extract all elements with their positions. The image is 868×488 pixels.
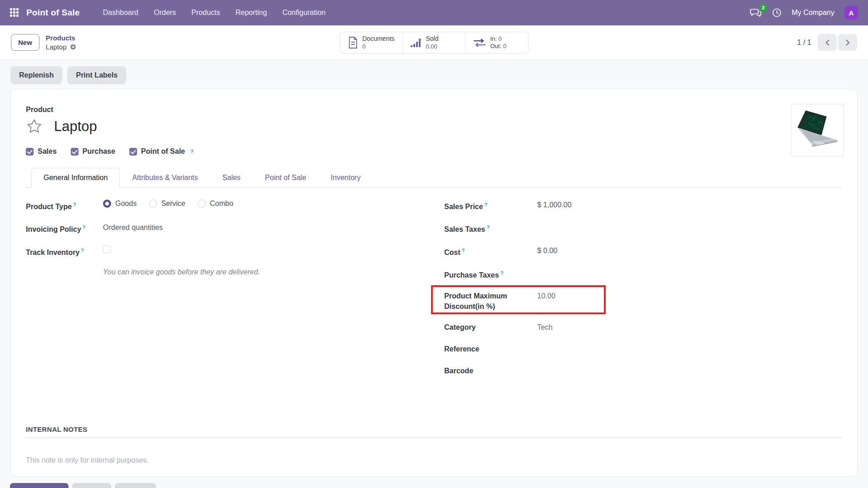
stat-sold-button[interactable]: Sold 0.00 [403, 32, 466, 53]
invoicing-note: You can invoice goods before they are de… [103, 268, 444, 276]
menu-dashboard[interactable]: Dashboard [97, 5, 144, 20]
radio-service[interactable]: Service [149, 200, 185, 208]
pager-count: 1 / 1 [797, 39, 811, 47]
menu-configuration[interactable]: Configuration [276, 5, 331, 20]
radio-goods[interactable]: Goods [103, 200, 137, 208]
activities-button[interactable] [772, 8, 782, 18]
invoicing-policy-value[interactable]: Ordered quantities [103, 222, 163, 233]
service-radio-icon[interactable] [149, 200, 157, 208]
document-icon [348, 36, 358, 49]
cost-value[interactable]: $ 0.00 [537, 245, 557, 256]
company-switcher[interactable]: My Company [792, 9, 834, 17]
company-name: My Company [792, 9, 834, 17]
bar-chart-icon [410, 37, 422, 49]
sales-taxes-label: Sales Taxes? [444, 222, 537, 234]
breadcrumb-parent[interactable]: Products [46, 34, 76, 43]
track-inventory-label: Track Inventory? [26, 245, 103, 258]
cutoff-primary-button[interactable] [10, 483, 69, 488]
internal-notes-input[interactable]: This note is only for internal purposes. [26, 456, 842, 464]
cost-label: Cost? [444, 245, 537, 258]
app-brand[interactable]: Point of Sale [26, 8, 80, 18]
track-inventory-checkbox[interactable] [103, 245, 111, 253]
goods-radio-icon[interactable] [103, 200, 111, 208]
menu-orders[interactable]: Orders [148, 5, 182, 20]
sheet-section-label: Product [26, 106, 842, 114]
product-type-help-icon: ? [73, 202, 76, 207]
category-value[interactable]: Tech [537, 322, 553, 333]
stat-documents-value: 0 [363, 43, 395, 50]
sales-price-help-icon: ? [484, 202, 487, 207]
stat-documents-label: Documents [363, 35, 395, 43]
clock-icon [772, 8, 782, 18]
field-max-discount: Product Maximum Discount(in %) 10.00 [444, 291, 842, 312]
cutoff-secondary-button-2[interactable] [115, 483, 156, 488]
print-labels-button[interactable]: Print Labels [67, 66, 126, 84]
product-type-label: Product Type? [26, 200, 103, 212]
product-name-input[interactable]: Laptop [54, 118, 97, 135]
radio-combo[interactable]: Combo [198, 200, 234, 208]
favorite-star-icon[interactable] [26, 118, 43, 135]
main-menu: Dashboard Orders Products Reporting Conf… [97, 5, 332, 20]
max-discount-label: Product Maximum Discount(in %) [444, 291, 537, 312]
sales-checkbox[interactable] [26, 148, 34, 156]
max-discount-value[interactable]: 10.00 [537, 291, 555, 302]
stat-documents-button[interactable]: Documents 0 [340, 32, 403, 53]
transfer-arrows-icon [473, 37, 486, 48]
field-track-inventory: Track Inventory? [26, 245, 444, 258]
category-label: Category [444, 322, 537, 332]
stat-in-label: In: [490, 35, 497, 42]
bottom-button-row [10, 483, 156, 488]
top-navbar: Point of Sale Dashboard Orders Products … [0, 0, 868, 25]
stat-buttons: Documents 0 Sold 0.00 [340, 32, 529, 54]
pos-checkbox[interactable] [129, 148, 137, 156]
laptop-photo [794, 107, 841, 153]
tab-attributes-variants[interactable]: Attributes & Variants [120, 168, 210, 188]
tab-sales[interactable]: Sales [210, 168, 253, 188]
messages-button[interactable]: 3 [750, 8, 762, 18]
control-panel: New Products Laptop ⚙ Documents 0 [0, 25, 868, 60]
stat-inout-button[interactable]: In: 0 Out: 0 [466, 32, 528, 53]
actions-gear-icon[interactable]: ⚙ [70, 44, 76, 51]
combo-radio-icon[interactable] [198, 200, 206, 208]
notebook-tabs: General Information Attributes & Variant… [26, 168, 842, 188]
invoicing-policy-label: Invoicing Policy? [26, 222, 103, 234]
field-barcode: Barcode [444, 366, 842, 377]
tab-point-of-sale[interactable]: Point of Sale [253, 168, 319, 188]
sales-price-label: Sales Price? [444, 200, 537, 212]
toggle-sales[interactable]: Sales [26, 147, 57, 156]
pager-next-button[interactable] [838, 34, 857, 51]
tab-general-information[interactable]: General Information [31, 168, 120, 188]
sales-price-value[interactable]: $ 1,000.00 [537, 200, 572, 210]
cutoff-secondary-button-1[interactable] [72, 483, 111, 488]
menu-reporting[interactable]: Reporting [230, 5, 273, 20]
stat-sold-value: 0.00 [426, 43, 439, 50]
toggle-purchase[interactable]: Purchase [71, 147, 115, 156]
toggle-point-of-sale[interactable]: Point of Sale ? [129, 147, 194, 156]
replenish-button[interactable]: Replenish [10, 66, 62, 84]
field-invoicing-policy: Invoicing Policy? Ordered quantities [26, 222, 444, 234]
product-form-sheet: Product Laptop Sales Purchase Point of S… [10, 89, 858, 477]
field-cost: Cost? $ 0.00 [444, 245, 842, 258]
tab-inventory[interactable]: Inventory [319, 168, 373, 188]
field-reference: Reference [444, 344, 842, 355]
breadcrumb: Products Laptop ⚙ [46, 34, 76, 52]
messages-count-badge: 3 [759, 4, 767, 12]
availability-toggles: Sales Purchase Point of Sale ? [26, 147, 842, 156]
new-button[interactable]: New [11, 34, 39, 51]
barcode-label: Barcode [444, 366, 537, 376]
reference-label: Reference [444, 344, 537, 354]
user-avatar[interactable]: A [844, 6, 858, 20]
pager: 1 / 1 [797, 34, 857, 51]
purchase-checkbox[interactable] [71, 148, 78, 156]
product-image[interactable] [791, 104, 844, 156]
purchase-taxes-help-icon: ? [500, 270, 504, 276]
field-category: Category Tech [444, 322, 842, 333]
stat-out-label: Out: [490, 43, 502, 49]
menu-products[interactable]: Products [186, 5, 226, 20]
pager-previous-button[interactable] [818, 34, 837, 51]
cost-help-icon: ? [462, 248, 465, 253]
field-sales-taxes: Sales Taxes? [444, 222, 842, 234]
breadcrumb-current: Laptop [46, 43, 67, 52]
sales-taxes-help-icon: ? [486, 224, 490, 230]
apps-grid-icon[interactable] [10, 8, 19, 17]
